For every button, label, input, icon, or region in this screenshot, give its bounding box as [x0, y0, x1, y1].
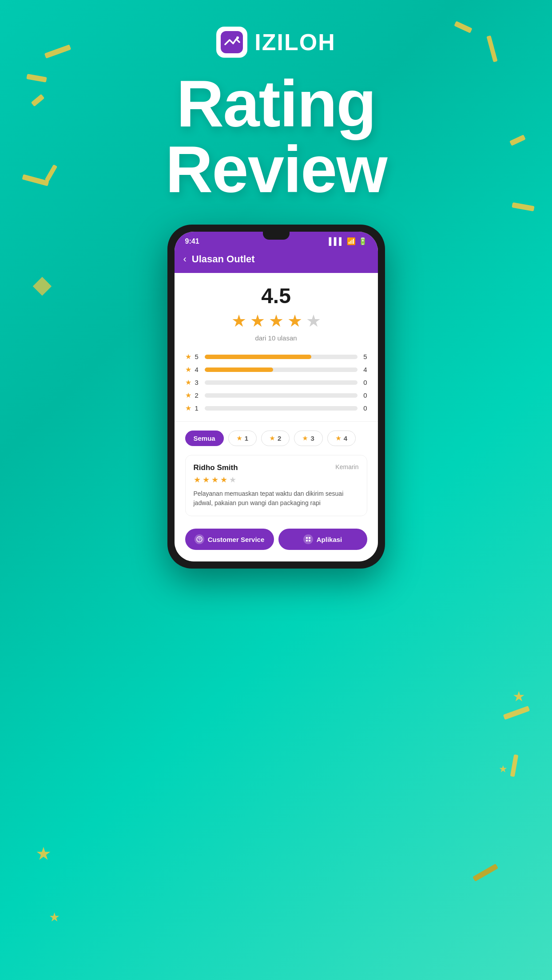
reviewer-name: Ridho Smith — [194, 463, 238, 472]
filter-tab-all-label: Semua — [194, 435, 215, 442]
status-icons: ▌▌▌ 📶 🔋 — [329, 237, 367, 245]
brand-row: IZILOH — [216, 27, 335, 58]
review-card: Ridho Smith Kemarin ★ ★ ★ ★ ★ Pelayanan … — [185, 455, 367, 516]
filter-tab-1[interactable]: ★ 1 — [228, 431, 257, 446]
review-header: Ridho Smith Kemarin — [194, 463, 359, 472]
star-2: ★ — [250, 311, 265, 331]
aplikasi-button[interactable]: Aplikasi — [278, 529, 367, 550]
rating-section: 4.5 ★ ★ ★ ★ ★ dari 10 ulasan — [185, 285, 367, 342]
filter-star-1: ★ — [237, 435, 242, 442]
bar-label-2: 2 — [195, 391, 201, 399]
bar-label-5: 5 — [195, 353, 201, 360]
bar-count-4: 4 — [361, 366, 367, 373]
bar-row-2: ★ 2 0 — [185, 391, 367, 399]
bar-label-4: 4 — [195, 366, 201, 373]
review-star-4: ★ — [220, 475, 227, 485]
hero-line1: Rating — [165, 71, 386, 137]
filter-tabs: Semua ★ 1 ★ 2 ★ 3 ★ — [185, 431, 367, 446]
filter-star-3: ★ — [302, 435, 308, 442]
wifi-icon: 📶 — [347, 237, 356, 245]
bar-fill-4 — [205, 368, 274, 372]
filter-star-4: ★ — [336, 435, 341, 442]
filter-tab-all[interactable]: Semua — [185, 431, 224, 446]
bar-star-icon-4: ★ — [185, 365, 191, 374]
bar-row-4: ★ 4 4 — [185, 365, 367, 374]
svg-rect-5 — [309, 537, 310, 539]
phone-container: 9:41 ▌▌▌ 📶 🔋 ‹ Ulasan Outlet 4.5 ★ — [0, 225, 552, 569]
filter-tab-3-label: 3 — [310, 435, 314, 442]
hero-title: Rating Review — [165, 71, 386, 202]
rating-stars: ★ ★ ★ ★ ★ — [185, 311, 367, 331]
bar-chart: ★ 5 5 ★ 4 4 — [185, 352, 367, 412]
filter-tab-4-label: 4 — [344, 435, 347, 442]
status-time: 9:41 — [185, 237, 199, 245]
filter-tab-2[interactable]: ★ 2 — [261, 431, 290, 446]
bar-track-4 — [205, 368, 357, 372]
review-stars: ★ ★ ★ ★ ★ — [194, 475, 359, 485]
filter-tab-1-label: 1 — [245, 435, 248, 442]
review-star-5: ★ — [229, 475, 236, 485]
filter-star-2: ★ — [270, 435, 275, 442]
bar-row-3: ★ 3 0 — [185, 378, 367, 387]
star-1: ★ — [231, 311, 246, 331]
bar-label-3: 3 — [195, 379, 201, 386]
customer-service-label: Customer Service — [208, 536, 265, 543]
bar-star-icon-5: ★ — [185, 352, 191, 361]
svg-rect-6 — [306, 540, 308, 541]
svg-rect-7 — [309, 540, 310, 541]
rating-number: 4.5 — [185, 285, 367, 307]
review-star-3: ★ — [211, 475, 218, 485]
customer-service-button[interactable]: Customer Service — [185, 529, 274, 550]
bar-count-1: 0 — [361, 404, 367, 412]
status-bar: 9:41 ▌▌▌ 📶 🔋 — [175, 232, 378, 249]
battery-icon: 🔋 — [358, 237, 367, 245]
bar-star-icon-3: ★ — [185, 378, 191, 387]
app-header: ‹ Ulasan Outlet — [175, 249, 378, 273]
aplikasi-icon — [303, 534, 313, 544]
bar-track-3 — [205, 380, 357, 385]
bar-row-1: ★ 1 0 — [185, 404, 367, 412]
review-star-1: ★ — [194, 475, 201, 485]
svg-point-3 — [199, 540, 199, 541]
svg-rect-4 — [306, 537, 308, 539]
brand-name: IZILOH — [254, 29, 335, 55]
bar-label-1: 1 — [195, 404, 201, 412]
hero-line2: Review — [165, 137, 386, 202]
review-date: Kemarin — [335, 463, 358, 470]
filter-tab-4[interactable]: ★ 4 — [327, 431, 356, 446]
bar-count-3: 0 — [361, 379, 367, 386]
bar-fill-5 — [205, 355, 312, 359]
back-button[interactable]: ‹ — [183, 253, 187, 265]
star-4: ★ — [287, 311, 302, 331]
bar-count-2: 0 — [361, 391, 367, 399]
rating-count: dari 10 ulasan — [185, 334, 367, 342]
app-content: 4.5 ★ ★ ★ ★ ★ dari 10 ulasan ★ 5 — [175, 273, 378, 561]
aplikasi-label: Aplikasi — [317, 536, 342, 543]
divider — [175, 421, 378, 422]
bar-star-icon-2: ★ — [185, 391, 191, 399]
filter-tab-2-label: 2 — [278, 435, 281, 442]
filter-tab-3[interactable]: ★ 3 — [294, 431, 322, 446]
phone-mockup: 9:41 ▌▌▌ 📶 🔋 ‹ Ulasan Outlet 4.5 ★ — [167, 225, 385, 569]
signal-icon: ▌▌▌ — [329, 237, 344, 245]
review-star-2: ★ — [203, 475, 210, 485]
bottom-buttons: Customer Service Aplikasi — [185, 522, 367, 553]
bar-count-5: 5 — [361, 353, 367, 360]
app-header-title: Ulasan Outlet — [192, 253, 255, 265]
review-text: Pelayanan memuaskan tepat waktu dan diki… — [194, 489, 359, 508]
bar-track-1 — [205, 406, 357, 411]
brand-logo — [216, 27, 247, 58]
star-3: ★ — [269, 311, 284, 331]
bar-star-icon-1: ★ — [185, 404, 191, 412]
bar-track-2 — [205, 393, 357, 398]
customer-service-icon — [195, 534, 204, 544]
star-5: ★ — [306, 311, 321, 331]
notch — [263, 232, 290, 240]
svg-point-1 — [236, 36, 239, 39]
bar-row-5: ★ 5 5 — [185, 352, 367, 361]
bar-track-5 — [205, 355, 357, 359]
phone-screen: 9:41 ▌▌▌ 📶 🔋 ‹ Ulasan Outlet 4.5 ★ — [175, 232, 378, 561]
